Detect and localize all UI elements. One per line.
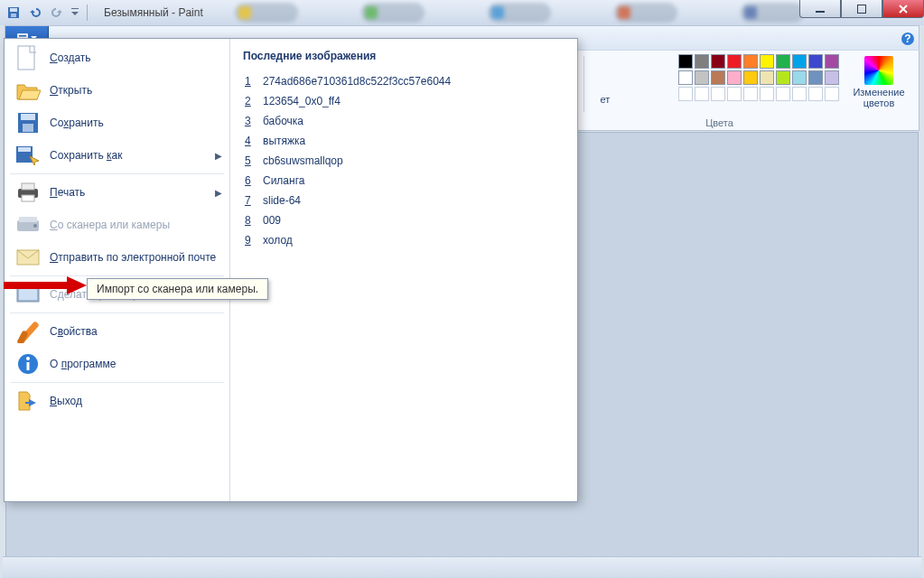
recent-list: 1274ad686e710361d8c522f3cc57e60442123654… <box>243 71 565 250</box>
color-swatch[interactable] <box>808 54 823 69</box>
color-swatch[interactable] <box>678 87 693 101</box>
recent-item[interactable]: 7slide-64 <box>243 191 565 210</box>
open-icon <box>15 78 41 103</box>
color-swatch[interactable] <box>760 87 774 101</box>
color-swatch[interactable] <box>711 87 725 101</box>
color-swatch[interactable] <box>760 54 774 69</box>
color-swatch[interactable] <box>792 87 807 101</box>
submenu-arrow-icon: ▶ <box>215 188 222 198</box>
menu-item-label: Отправить по электронной почте <box>50 251 216 264</box>
svg-rect-2 <box>11 14 16 17</box>
svg-rect-15 <box>23 124 33 132</box>
color-swatch[interactable] <box>678 54 693 69</box>
recent-item[interactable]: 4вытяжка <box>243 131 565 151</box>
recent-item-index: 1 <box>245 75 254 88</box>
close-button[interactable] <box>882 0 924 18</box>
qat-undo-button[interactable] <box>25 3 45 23</box>
svg-rect-28 <box>27 362 30 370</box>
color-swatch[interactable] <box>711 54 725 69</box>
recent-item-name: вытяжка <box>263 135 305 147</box>
color-swatch[interactable] <box>727 87 742 101</box>
menu-item-saveas[interactable]: Сохранить как▶ <box>5 139 229 172</box>
help-button[interactable]: ? <box>897 26 919 51</box>
color-swatch[interactable] <box>743 87 758 101</box>
file-menu-right: Последние изображения 1274ad686e710361d8… <box>230 39 577 501</box>
recent-item-name: 123654_0x0_ff4 <box>263 95 341 107</box>
properties-icon <box>15 319 41 344</box>
color-swatch[interactable] <box>678 70 693 85</box>
qat-redo-button[interactable] <box>47 3 67 23</box>
submenu-arrow-icon: ▶ <box>215 151 222 161</box>
menu-separator <box>10 173 224 174</box>
recent-item-name: slide-64 <box>263 194 301 207</box>
recent-item-index: 3 <box>245 115 254 127</box>
file-menu-left: СоздатьОткрытьСохранитьСохранить как▶Печ… <box>5 39 230 501</box>
color-swatch[interactable] <box>776 87 790 101</box>
color-swatch[interactable] <box>695 54 709 69</box>
print-icon <box>15 180 41 205</box>
color-swatches <box>678 54 839 101</box>
color-swatch[interactable] <box>695 70 709 85</box>
edit-colors-button[interactable]: Изменение цветов <box>848 54 910 110</box>
recent-item[interactable]: 1274ad686e710361d8c522f3cc57e6044 <box>243 71 565 91</box>
color-swatch[interactable] <box>743 54 758 69</box>
menu-item-scanner: Со сканера или камеры <box>5 209 229 241</box>
menu-item-exit[interactable]: Выход <box>5 385 229 417</box>
edit-colors-label: Изменение цветов <box>852 87 906 108</box>
color-swatch[interactable] <box>711 70 725 85</box>
color-swatch[interactable] <box>760 70 774 85</box>
window-title: Безымянный - Paint <box>104 6 203 19</box>
color-swatch[interactable] <box>727 70 742 85</box>
color-swatch[interactable] <box>743 70 758 85</box>
rainbow-icon <box>864 56 893 85</box>
menu-item-label: Создать <box>50 51 91 64</box>
color-swatch[interactable] <box>776 70 790 85</box>
menu-item-label: О программе <box>50 358 116 370</box>
menu-item-label: Сохранить как <box>50 149 122 162</box>
recent-item[interactable]: 6Силанга <box>243 171 565 191</box>
quick-access-toolbar <box>4 3 81 23</box>
exit-icon <box>15 388 41 414</box>
recent-item-name: 009 <box>263 214 281 227</box>
color-swatch[interactable] <box>695 87 709 101</box>
svg-rect-7 <box>19 35 26 37</box>
svg-rect-3 <box>71 8 79 9</box>
recent-item-name: 274ad686e710361d8c522f3cc57e6044 <box>263 75 451 88</box>
qat-save-button[interactable] <box>4 3 23 23</box>
menu-item-new[interactable]: Создать <box>5 42 229 74</box>
menu-item-label: Выход <box>50 395 82 407</box>
menu-item-label: Сохранить <box>50 117 104 129</box>
menu-item-print[interactable]: Печать▶ <box>5 176 229 209</box>
statusbar <box>3 556 921 578</box>
recent-item[interactable]: 8009 <box>243 210 565 230</box>
recent-item[interactable]: 3бабочка <box>243 111 565 131</box>
color-swatch[interactable] <box>727 54 742 69</box>
minimize-button[interactable] <box>799 0 841 18</box>
svg-rect-4 <box>816 11 825 13</box>
menu-item-email[interactable]: Отправить по электронной почте <box>5 241 229 274</box>
color-swatch[interactable] <box>792 70 807 85</box>
svg-point-23 <box>33 224 37 228</box>
recent-item-index: 2 <box>245 95 254 107</box>
divider <box>87 5 88 21</box>
color-swatch[interactable] <box>776 54 790 69</box>
color-swatch[interactable] <box>808 70 823 85</box>
file-menu: СоздатьОткрытьСохранитьСохранить как▶Печ… <box>4 38 578 502</box>
menu-item-properties[interactable]: Свойства <box>5 315 229 348</box>
color-swatch[interactable] <box>792 54 807 69</box>
color-swatch[interactable] <box>825 70 839 85</box>
menu-item-about[interactable]: О программе <box>5 348 229 380</box>
menu-item-save[interactable]: Сохранить <box>5 107 229 139</box>
recent-item[interactable]: 5cb6suwsmallqop <box>243 151 565 171</box>
qat-customize-dropdown[interactable] <box>69 3 81 23</box>
recent-item[interactable]: 2123654_0x0_ff4 <box>243 91 565 111</box>
maximize-button[interactable] <box>841 0 882 18</box>
color-swatch[interactable] <box>825 87 839 101</box>
svg-rect-30 <box>4 282 67 289</box>
color-swatch[interactable] <box>825 54 839 69</box>
color-swatch[interactable] <box>808 87 823 101</box>
menu-item-open[interactable]: Открыть <box>5 74 229 107</box>
recent-item-name: cb6suwsmallqop <box>263 154 343 167</box>
recent-item[interactable]: 9холод <box>243 230 565 250</box>
recent-item-index: 6 <box>245 174 254 187</box>
